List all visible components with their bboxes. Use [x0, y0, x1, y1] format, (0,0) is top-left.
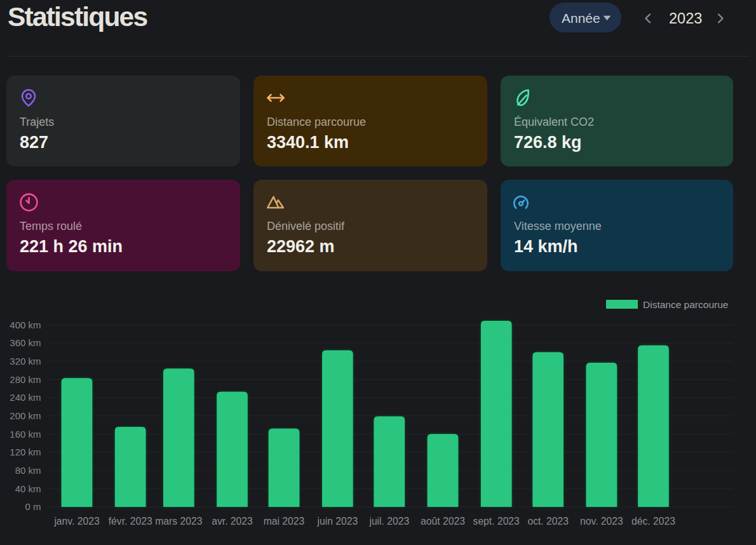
svg-text:juin 2023: juin 2023: [316, 516, 358, 527]
svg-text:160 km: 160 km: [10, 429, 41, 440]
svg-text:40 km: 40 km: [15, 483, 41, 494]
svg-text:févr. 2023: févr. 2023: [109, 516, 152, 527]
svg-text:nov. 2023: nov. 2023: [580, 516, 623, 527]
svg-text:août 2023: août 2023: [421, 516, 465, 527]
svg-text:280 km: 280 km: [10, 374, 41, 385]
svg-text:janv. 2023: janv. 2023: [53, 516, 100, 527]
svg-text:320 km: 320 km: [10, 356, 41, 367]
svg-text:mars 2023: mars 2023: [155, 516, 202, 527]
svg-text:80 km: 80 km: [15, 465, 41, 476]
svg-text:Distance parcourue: Distance parcourue: [643, 299, 728, 310]
svg-text:360 km: 360 km: [10, 337, 41, 348]
svg-text:juil. 2023: juil. 2023: [368, 516, 409, 527]
svg-text:mai 2023: mai 2023: [264, 516, 305, 527]
svg-text:sept. 2023: sept. 2023: [473, 516, 520, 527]
svg-text:oct. 2023: oct. 2023: [527, 516, 569, 527]
svg-text:avr. 2023: avr. 2023: [212, 516, 253, 527]
svg-text:240 km: 240 km: [10, 392, 41, 403]
svg-text:400 km: 400 km: [10, 320, 41, 330]
svg-text:200 km: 200 km: [10, 410, 41, 421]
svg-text:0 m: 0 m: [25, 501, 41, 512]
svg-text:déc. 2023: déc. 2023: [631, 516, 675, 527]
svg-text:120 km: 120 km: [10, 447, 41, 457]
